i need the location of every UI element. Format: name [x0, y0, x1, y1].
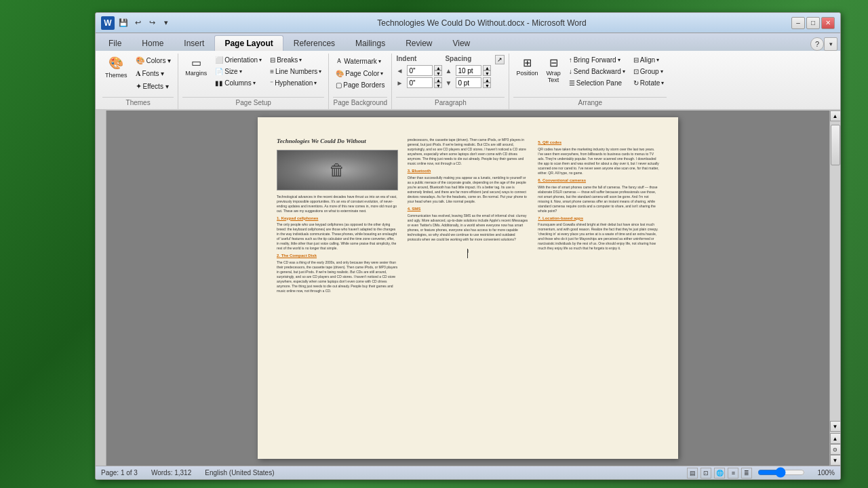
indent-col: Indent ◄ ▲ ▼ ► — [396, 55, 442, 88]
vertical-scrollbar[interactable]: ▲ ▼ ▲ ⊙ ▼ — [829, 110, 840, 466]
word-logo: W — [101, 16, 115, 30]
close-button[interactable]: ✕ — [821, 17, 835, 29]
indent-left-group: ◄ ▲ ▼ — [396, 65, 442, 76]
columns-label: Columns — [224, 79, 251, 87]
tab-mailings[interactable]: Mailings — [345, 35, 395, 51]
wrap-text-icon: ⊟ — [549, 56, 558, 69]
align-arrow: ▾ — [656, 57, 659, 63]
hyphenation-icon: ⁻ — [270, 79, 273, 87]
breaks-button[interactable]: ⊟ Breaks ▾ — [267, 55, 324, 65]
theme-fonts-button[interactable]: 𝐀 Fonts ▾ — [133, 68, 174, 79]
tab-view[interactable]: View — [442, 35, 480, 51]
page-color-arrow: ▾ — [380, 70, 383, 77]
paragraph-expand: ↗ — [495, 55, 505, 64]
tab-home[interactable]: Home — [132, 35, 174, 51]
breaks-icon: ⊟ — [270, 56, 275, 64]
cursor-area[interactable]: | — [408, 249, 529, 258]
watermark-button[interactable]: Ａ Watermark ▾ — [333, 55, 387, 67]
qat-undo[interactable]: ↩ — [132, 17, 144, 29]
document[interactable]: Technologies We Could Do Without Technol… — [258, 117, 678, 459]
paragraph-dialog-launcher[interactable]: ↗ — [495, 55, 505, 64]
section-1-text: The only people who use keypad cellphone… — [277, 222, 398, 251]
scroll-extra-down[interactable]: ▼ — [830, 455, 841, 466]
section-2-cont: predecessors, the cassette tape (driven)… — [408, 138, 529, 166]
tab-review[interactable]: Review — [395, 35, 442, 51]
maximize-button[interactable]: □ — [806, 17, 820, 29]
columns-icon: ▮▮ — [215, 79, 223, 87]
page-setup-group: ▭ Margins ⬜ Orientation ▾ 📄 Size ▾ — [178, 54, 329, 109]
tab-insert[interactable]: Insert — [174, 35, 214, 51]
indent-left-input[interactable] — [407, 65, 433, 76]
orientation-label: Orientation — [224, 56, 258, 64]
spacing-after-input[interactable] — [456, 77, 481, 88]
page-bg-content: Ａ Watermark ▾ 🎨 Page Color ▾ ▢ Page Bord… — [333, 55, 387, 96]
scroll-extra-up[interactable]: ▲ — [830, 433, 841, 444]
wrap-text-button[interactable]: ⊟ WrapText — [543, 55, 563, 85]
indent-left-down[interactable]: ▼ — [434, 70, 442, 76]
rotate-button[interactable]: ↻ Rotate ▾ — [631, 78, 667, 88]
spacing-after-up[interactable]: ▲ — [483, 77, 491, 83]
position-button[interactable]: ⊞ Position — [513, 55, 540, 78]
indent-right-down[interactable]: ▼ — [434, 83, 442, 88]
theme-colors-button[interactable]: 🎨 Colors ▾ — [133, 55, 174, 66]
page-setup-col2: ⊟ Breaks ▾ ≡ Line Numbers ▾ ⁻ Hyphenatio… — [267, 55, 324, 88]
hyphenation-button[interactable]: ⁻ Hyphenation ▾ — [267, 78, 324, 88]
scroll-down-button[interactable]: ▼ — [830, 421, 841, 432]
spacing-before-input[interactable] — [456, 65, 481, 76]
size-button[interactable]: 📄 Size ▾ — [212, 66, 264, 77]
section-7-heading: 7. Location-based apps — [538, 216, 659, 222]
draft-button[interactable]: ≣ — [741, 468, 752, 479]
line-numbers-arrow: ▾ — [319, 68, 321, 75]
arrange-group-label: Arrange — [513, 97, 667, 108]
spacing-before-down[interactable]: ▼ — [483, 70, 491, 76]
indent-right-up[interactable]: ▲ — [434, 77, 442, 83]
minimize-button[interactable]: – — [791, 17, 805, 29]
zoom-slider[interactable] — [757, 467, 812, 479]
page-borders-button[interactable]: ▢ Page Borders — [333, 80, 387, 90]
tab-references[interactable]: References — [283, 35, 345, 51]
qat-redo[interactable]: ↪ — [146, 17, 158, 29]
tab-file[interactable]: File — [98, 35, 132, 51]
line-numbers-button[interactable]: ≡ Line Numbers ▾ — [267, 66, 324, 77]
spacing-after-down[interactable]: ▼ — [483, 83, 491, 88]
qat-save[interactable]: 💾 — [117, 17, 130, 29]
send-backward-button[interactable]: ↓ Send Backward ▾ — [566, 66, 628, 77]
arrange-col1: ↑ Bring Forward ▾ ↓ Send Backward ▾ ☰ Se… — [566, 55, 628, 88]
group-button[interactable]: ⊡ Group ▾ — [631, 66, 667, 77]
scroll-extra-circle[interactable]: ⊙ — [830, 444, 841, 455]
breaks-arrow: ▾ — [299, 57, 302, 63]
bring-forward-button[interactable]: ↑ Bring Forward ▾ — [566, 55, 628, 65]
themes-group-label: Themes — [102, 97, 174, 108]
qat-customize[interactable]: ▾ — [160, 17, 172, 29]
scroll-thumb[interactable] — [831, 125, 840, 165]
spacing-after-icon: ▼ — [445, 79, 454, 87]
indent-right-input[interactable] — [407, 77, 433, 88]
section-2-heading: 2. The Compact Disk — [277, 253, 398, 259]
page-color-button[interactable]: 🎨 Page Color ▾ — [333, 68, 387, 79]
spacing-label: Spacing — [445, 55, 491, 62]
full-screen-button[interactable]: ⊡ — [701, 468, 711, 479]
ribbon-collapse-button[interactable]: ▾ — [824, 37, 837, 51]
spacing-before-up[interactable]: ▲ — [483, 65, 491, 70]
zoom-level: 100% — [817, 469, 835, 476]
page-setup-group-label: Page Setup — [182, 97, 324, 108]
web-layout-button[interactable]: 🌐 — [714, 468, 725, 479]
outline-button[interactable]: ≡ — [728, 468, 738, 479]
scroll-track[interactable] — [830, 121, 841, 421]
margins-button[interactable]: ▭ Margins — [182, 55, 210, 78]
tab-page-layout[interactable]: Page Layout — [214, 35, 283, 51]
themes-button[interactable]: 🎨 Themes — [102, 55, 130, 80]
doc-columns: Technologies We Could Do Without Technol… — [277, 138, 659, 439]
theme-effects-button[interactable]: ✦ Effects ▾ — [133, 81, 174, 92]
scroll-up-button[interactable]: ▲ — [830, 110, 841, 121]
help-button[interactable]: ? — [810, 37, 824, 51]
orientation-button[interactable]: ⬜ Orientation ▾ — [212, 55, 264, 65]
print-layout-button[interactable]: ▤ — [687, 468, 698, 479]
selection-pane-button[interactable]: ☰ Selection Pane — [566, 78, 628, 88]
indent-left-up[interactable]: ▲ — [434, 65, 442, 70]
align-button[interactable]: ⊟ Align ▾ — [631, 55, 667, 65]
view-controls: ▤ ⊡ 🌐 ≡ ≣ 100% — [687, 467, 835, 479]
zoom-range[interactable] — [757, 467, 805, 478]
word-window: W 💾 ↩ ↪ ▾ Technologies We Could Do Witho… — [95, 12, 841, 480]
columns-button[interactable]: ▮▮ Columns ▾ — [212, 78, 264, 88]
